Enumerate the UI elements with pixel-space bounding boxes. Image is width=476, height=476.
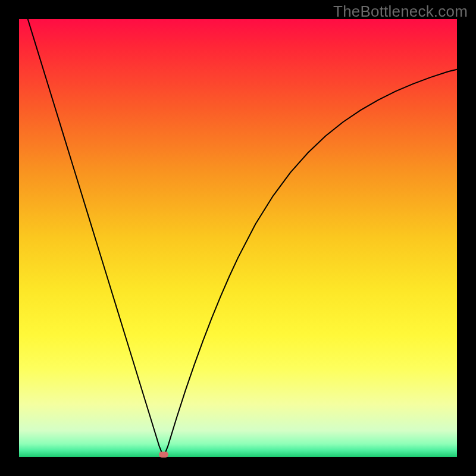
chart-curve xyxy=(19,19,457,457)
optimum-marker xyxy=(159,452,168,458)
watermark-text: TheBottleneck.com xyxy=(333,2,468,21)
bottleneck-line xyxy=(28,19,457,457)
chart-frame: TheBottleneck.com xyxy=(0,0,476,476)
